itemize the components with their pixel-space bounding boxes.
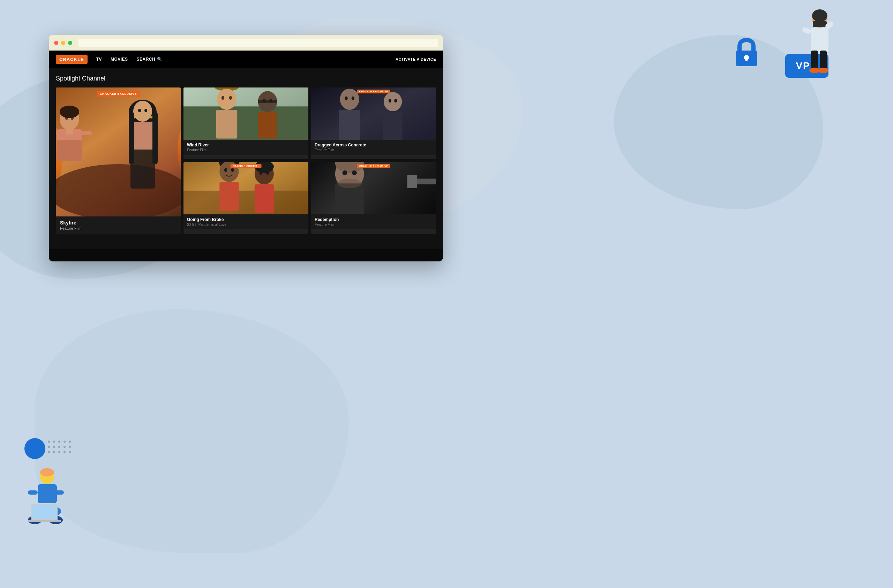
nav-tv-link[interactable]: TV: [96, 57, 102, 62]
svg-rect-83: [383, 112, 403, 140]
featured-card-title: Skyfire: [60, 220, 176, 225]
svg-rect-93: [219, 182, 239, 211]
svg-rect-31: [28, 490, 38, 495]
card-redemption-info: Redemption Feature Film: [311, 214, 436, 230]
svg-rect-69: [216, 110, 238, 139]
svg-rect-17: [746, 57, 747, 61]
svg-point-56: [138, 109, 141, 112]
svg-point-14: [69, 451, 71, 453]
redemption-scene: [311, 162, 436, 214]
search-icon: 🔍: [157, 57, 162, 62]
laptop-character-illustration: [21, 466, 70, 529]
browser-minimize-dot[interactable]: [61, 41, 65, 45]
svg-point-60: [150, 116, 153, 118]
featured-card-info: Skyfire Feature Film: [56, 216, 181, 234]
svg-point-76: [269, 99, 272, 102]
crackle-app-container: CRACKLE TV MOVIES SEARCH 🔍 ACTIVATE A DE…: [49, 51, 443, 261]
svg-point-13: [63, 451, 66, 453]
card-dragged-subtitle: Feature Film: [315, 148, 433, 152]
svg-rect-87: [183, 190, 308, 214]
svg-rect-77: [311, 87, 436, 140]
svg-point-5: [58, 446, 60, 448]
svg-point-43: [56, 164, 181, 216]
svg-point-70: [221, 96, 224, 100]
svg-point-4: [53, 446, 55, 448]
svg-rect-58: [131, 122, 154, 150]
card-dragged-across-concrete[interactable]: CRACKLE EXCLUSIVE: [311, 87, 436, 159]
browser-address-bar[interactable]: [78, 39, 438, 47]
browser-close-dot[interactable]: [54, 41, 58, 45]
card-wind-river-subtitle: Feature Film: [187, 148, 305, 152]
svg-point-82: [384, 92, 402, 111]
card-dragged-image: CRACKLE EXCLUSIVE: [311, 87, 436, 140]
svg-point-19: [812, 9, 827, 22]
featured-scene-svg: [56, 87, 181, 216]
svg-point-10: [69, 441, 71, 442]
svg-point-80: [345, 96, 347, 100]
svg-point-1: [53, 441, 55, 442]
card-going-subtitle: S2 E2: Pandemic of Love: [187, 223, 305, 226]
svg-point-29: [40, 468, 54, 477]
svg-point-12: [69, 446, 71, 448]
svg-point-71: [229, 96, 232, 100]
svg-rect-38: [32, 505, 57, 519]
svg-rect-62: [152, 112, 158, 164]
svg-point-85: [394, 99, 397, 102]
svg-point-2: [58, 441, 60, 442]
browser-maximize-dot[interactable]: [68, 41, 72, 45]
blue-circle-decoration: [24, 438, 45, 459]
svg-point-9: [63, 441, 66, 442]
svg-rect-49: [82, 131, 92, 135]
featured-badge: CRACKLE EXCLUSIVE: [97, 91, 140, 96]
svg-point-105: [352, 171, 357, 176]
svg-rect-73: [258, 112, 277, 139]
wind-river-scene: [183, 87, 308, 140]
nav-movies-link[interactable]: MOVIES: [111, 57, 128, 62]
svg-point-95: [231, 168, 234, 172]
vpn-character-illustration: [792, 7, 848, 84]
featured-card[interactable]: CRACKLE EXCLUSIVE Skyfire Feature Film: [56, 87, 181, 234]
going-broke-scene: [183, 162, 308, 214]
svg-point-27: [818, 68, 828, 73]
crackle-logo[interactable]: CRACKLE: [56, 55, 87, 64]
svg-point-6: [48, 451, 50, 453]
background-blob-2: [35, 309, 349, 553]
featured-card-subtitle: Feature Film: [60, 226, 176, 230]
svg-point-3: [48, 446, 50, 448]
nav-search-container[interactable]: SEARCH 🔍: [137, 57, 162, 62]
card-going-from-broke[interactable]: CRACKLE ORIGINAL: [183, 162, 308, 234]
card-redemption-badge: CRACKLE EXCLUSIVE: [357, 164, 390, 168]
svg-rect-47: [57, 140, 82, 160]
svg-point-94: [224, 168, 227, 172]
svg-point-55: [133, 101, 152, 122]
spotlight-section-title: Spotlight Channel: [56, 75, 436, 82]
svg-rect-108: [407, 175, 417, 188]
crackle-navigation: CRACKLE TV MOVIES SEARCH 🔍 ACTIVATE A DE…: [49, 51, 443, 68]
svg-rect-20: [813, 21, 827, 27]
card-wind-river-image: [183, 87, 308, 140]
svg-rect-79: [339, 110, 360, 140]
svg-rect-22: [801, 27, 812, 34]
svg-point-109: [338, 178, 362, 188]
dragged-scene: [311, 87, 436, 140]
nav-activate-device[interactable]: ACTIVATE A DEVICE: [395, 57, 436, 62]
svg-rect-21: [811, 28, 828, 52]
svg-rect-61: [129, 112, 134, 164]
card-dragged-info: Dragged Across Concrete Feature Film: [311, 140, 436, 155]
svg-rect-39: [28, 520, 61, 522]
svg-point-104: [343, 171, 347, 176]
browser-chrome-bar: [49, 35, 443, 51]
svg-point-68: [217, 88, 236, 110]
svg-point-81: [352, 96, 355, 100]
card-redemption[interactable]: CRACKLE EXCLUSIVE: [311, 162, 436, 234]
nav-search-label: SEARCH: [137, 57, 156, 62]
card-redemption-title: Redemption: [315, 217, 433, 222]
card-wind-river-info: Wind River Feature Film: [183, 140, 308, 155]
card-redemption-image: CRACKLE EXCLUSIVE: [311, 162, 436, 214]
browser-window: CRACKLE TV MOVIES SEARCH 🔍 ACTIVATE A DE…: [49, 35, 443, 261]
svg-rect-65: [183, 106, 308, 140]
svg-point-8: [58, 451, 60, 453]
card-going-badge: CRACKLE ORIGINAL: [231, 164, 262, 168]
card-wind-river[interactable]: Wind River Feature Film: [183, 87, 308, 159]
svg-rect-32: [54, 490, 64, 495]
